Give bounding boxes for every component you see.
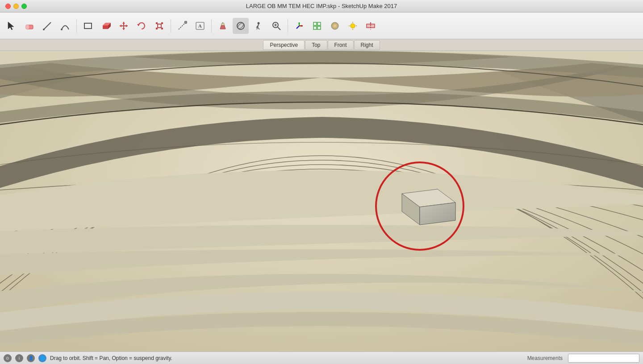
text-tool[interactable]: A	[192, 18, 208, 34]
status-icon-1: ⊙	[4, 354, 12, 362]
svg-rect-20	[156, 28, 158, 29]
zoom-tool[interactable]	[268, 18, 284, 34]
shadows-tool[interactable]	[345, 18, 361, 34]
svg-marker-13	[122, 28, 125, 30]
svg-rect-6	[84, 23, 92, 29]
svg-point-23	[184, 21, 187, 24]
status-icon-2: i	[15, 354, 23, 362]
svg-rect-17	[158, 24, 161, 28]
tab-perspective[interactable]: Perspective	[263, 40, 305, 50]
separator	[288, 19, 288, 33]
svg-rect-19	[161, 22, 163, 24]
svg-rect-46	[313, 26, 317, 29]
line-tool[interactable]	[39, 18, 55, 34]
tape-measure-tool[interactable]	[174, 18, 190, 34]
svg-marker-15	[126, 25, 128, 27]
svg-rect-2	[26, 25, 29, 29]
rotate-tool[interactable]	[134, 18, 150, 34]
maximize-button[interactable]	[21, 4, 27, 9]
components-tool[interactable]	[309, 18, 325, 34]
separator	[171, 19, 171, 33]
titlebar: LARGE OB MM TEM HEC IMP.skp - SketchUp M…	[0, 0, 643, 12]
tab-right[interactable]: Right	[354, 40, 380, 50]
status-icons: ⊙ i 👤 🌐	[4, 354, 46, 362]
svg-point-48	[331, 22, 338, 29]
move-tool[interactable]	[116, 18, 132, 34]
svg-point-5	[61, 29, 63, 30]
scene-svg	[0, 51, 643, 352]
svg-line-36	[278, 27, 280, 30]
svg-marker-16	[137, 24, 140, 26]
svg-rect-21	[161, 28, 163, 29]
separator	[76, 19, 77, 33]
svg-line-41	[296, 26, 299, 29]
status-icon-geo: 🌐	[38, 354, 46, 362]
svg-line-34	[258, 27, 259, 29]
svg-text:A: A	[198, 23, 202, 29]
tab-front[interactable]: Front	[328, 40, 354, 50]
svg-marker-12	[122, 22, 125, 24]
canvas-viewport[interactable]	[0, 51, 643, 352]
view-tabs-bar: Perspective Top Front Right	[0, 39, 643, 51]
arc-tool[interactable]	[57, 18, 73, 34]
traffic-lights	[0, 4, 27, 9]
close-button[interactable]	[5, 4, 11, 9]
materials-tool[interactable]	[327, 18, 343, 34]
svg-marker-42	[301, 25, 303, 27]
separator	[211, 19, 212, 33]
svg-rect-44	[313, 22, 317, 25]
orbit-tool[interactable]	[233, 18, 249, 34]
svg-marker-43	[298, 22, 300, 24]
minimize-button[interactable]	[13, 4, 19, 9]
tab-top[interactable]: Top	[305, 40, 327, 50]
status-icon-3: 👤	[27, 354, 35, 362]
svg-line-31	[258, 24, 259, 27]
measurements-input[interactable]	[568, 354, 639, 363]
section-plane-tool[interactable]	[363, 18, 379, 34]
status-message: Drag to orbit. Shift = Pan, Option = sus…	[50, 355, 172, 361]
window-title: LARGE OB MM TEM HEC IMP.skp - SketchUp M…	[246, 3, 397, 9]
svg-line-3	[44, 22, 51, 29]
svg-rect-7	[103, 25, 108, 29]
select-tool[interactable]	[4, 18, 20, 34]
svg-rect-47	[317, 26, 321, 29]
svg-marker-0	[8, 22, 14, 30]
svg-rect-45	[317, 22, 321, 25]
measurements-label: Measurements	[527, 355, 563, 361]
rectangle-tool[interactable]	[80, 18, 96, 34]
svg-rect-18	[156, 22, 158, 24]
svg-point-49	[351, 24, 355, 28]
walk-tool[interactable]	[251, 18, 267, 34]
axes-tool[interactable]	[291, 18, 307, 34]
svg-marker-14	[120, 25, 121, 27]
eraser-tool[interactable]	[21, 18, 38, 34]
scale-tool[interactable]	[151, 18, 167, 34]
pushpull-tool[interactable]	[98, 18, 114, 34]
toolbar: A	[0, 12, 643, 39]
svg-point-4	[43, 29, 45, 30]
svg-point-30	[258, 22, 260, 24]
statusbar: ⊙ i 👤 🌐 Drag to orbit. Shift = Pan, Opti…	[0, 352, 643, 364]
paint-bucket-tool[interactable]	[215, 18, 231, 34]
